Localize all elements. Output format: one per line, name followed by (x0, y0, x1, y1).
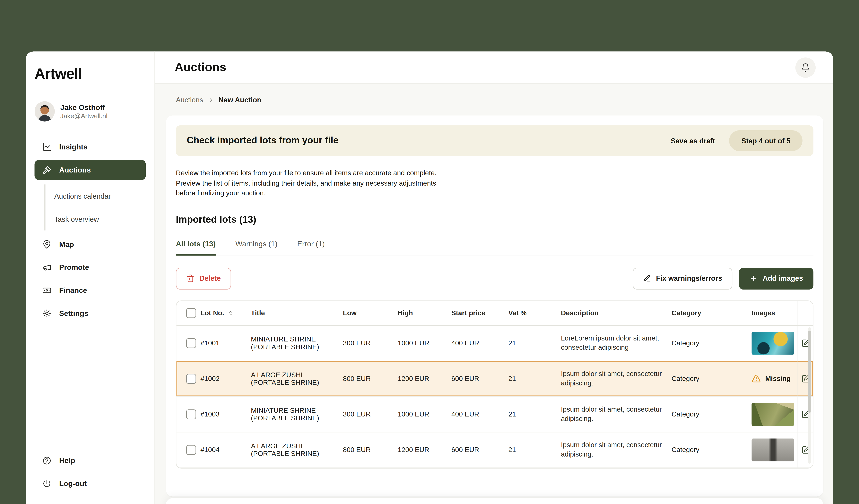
fix-warnings-errors-button[interactable]: Fix warnings/errors (632, 267, 733, 289)
user-profile[interactable]: Jake Osthoff Jake@Artwell.nl (35, 101, 146, 122)
column-header-lot[interactable]: Lot No. (200, 309, 251, 317)
sidebar-item-label: Auctions calendar (54, 192, 111, 200)
lot-image-thumbnail (752, 331, 794, 355)
screen: Artwell Jake Osthoff Jak (0, 0, 859, 504)
sidebar-item-help[interactable]: Help (35, 449, 146, 472)
app-window: Artwell Jake Osthoff Jak (26, 51, 833, 504)
table-scrollbar-track[interactable] (808, 327, 811, 463)
content-card: Check imported lots from your file Save … (166, 115, 823, 497)
lots-tabs: All lots (13) Warnings (1) Error (1) (176, 239, 813, 256)
table-row: #1004 A LARGE ZUSHI (PORTABLE SHRINE) 80… (176, 432, 813, 468)
sidebar-item-label: Map (59, 240, 74, 248)
description-cell: LoreLorem ipsum dolor sit amet, consecte… (561, 334, 672, 352)
vat-cell: 21 (508, 339, 561, 347)
warning-triangle-icon (752, 374, 761, 383)
sidebar-item-settings[interactable]: Settings (35, 302, 146, 325)
main-body: Auctions New Auction Check imported lots… (155, 84, 833, 504)
title-cell: A LARGE ZUSHI (PORTABLE SHRINE) (251, 371, 343, 386)
add-images-button-label: Add images (763, 274, 803, 282)
column-header-high: High (398, 309, 451, 317)
add-images-button[interactable]: Add images (739, 267, 813, 289)
step-banner: Check imported lots from your file Save … (176, 125, 813, 156)
bell-icon (801, 63, 810, 72)
app-logo: Artwell (35, 66, 146, 83)
breadcrumb: Auctions New Auction (166, 84, 823, 104)
breadcrumb-current: New Auction (218, 96, 261, 104)
missing-label: Missing (765, 375, 790, 382)
fix-button-label: Fix warnings/errors (656, 274, 722, 282)
map-pin-icon (42, 239, 51, 249)
banner-actions: Save as draft Step 4 out of 5 (671, 130, 802, 151)
imported-lots-title: Imported lots (13) (176, 214, 813, 225)
start-price-cell: 600 EUR (451, 446, 508, 453)
lot-number-cell: #1001 (200, 339, 251, 347)
sidebar-item-auctions[interactable]: Auctions (35, 160, 146, 180)
row-checkbox[interactable] (186, 445, 196, 455)
megaphone-icon (42, 263, 51, 272)
sidebar-item-logout[interactable]: Log-out (35, 472, 146, 495)
gear-icon (42, 309, 51, 318)
notifications-button[interactable] (796, 57, 816, 78)
sidebar-item-map[interactable]: Map (35, 233, 146, 256)
user-email: Jake@Artwell.nl (60, 112, 107, 120)
column-header-actions (798, 301, 813, 325)
column-header-low: Low (343, 309, 398, 317)
sidebar-item-auctions-calendar[interactable]: Auctions calendar (54, 185, 146, 207)
intro-text: Review the imported lots from your file … (176, 168, 813, 199)
category-cell: Category (672, 339, 752, 347)
vat-cell: 21 (508, 375, 561, 382)
sidebar-item-insights[interactable]: Insights (35, 135, 146, 158)
tab-error[interactable]: Error (1) (297, 239, 325, 255)
high-cell: 1000 EUR (398, 410, 451, 418)
sort-arrows-icon[interactable] (227, 310, 234, 316)
sidebar-item-label: Auctions (59, 166, 91, 174)
delete-button-label: Delete (199, 274, 221, 282)
page-title: Auctions (175, 60, 226, 75)
tab-warnings[interactable]: Warnings (1) (236, 239, 277, 255)
row-checkbox[interactable] (186, 338, 196, 348)
low-cell: 800 EUR (343, 446, 398, 453)
user-name: Jake Osthoff (60, 103, 107, 112)
wizard-footer: Previous Cancel Next (166, 498, 823, 504)
tab-all-lots[interactable]: All lots (13) (176, 239, 216, 255)
high-cell: 1200 EUR (398, 375, 451, 382)
sidebar-footer: Help Log-out (35, 449, 146, 495)
column-label-lot: Lot No. (200, 309, 224, 317)
sidebar-item-label: Task overview (54, 215, 99, 223)
column-header-images: Images (752, 309, 797, 317)
description-cell: Ipsum dolor sit amet, consectetur adipis… (561, 369, 672, 388)
sidebar-item-finance[interactable]: Finance (35, 279, 146, 302)
start-price-cell: 600 EUR (451, 375, 508, 382)
delete-button[interactable]: Delete (176, 267, 231, 289)
gavel-icon (42, 165, 51, 175)
pencil-icon (643, 274, 651, 282)
lot-image-thumbnail (752, 438, 794, 461)
sidebar-item-promote[interactable]: Promote (35, 256, 146, 279)
table-row: #1003 MINIATURE SHRINE (PORTABLE SHRINE)… (176, 396, 813, 432)
start-price-cell: 400 EUR (451, 339, 508, 347)
avatar (35, 101, 55, 122)
sidebar: Artwell Jake Osthoff Jak (26, 51, 155, 504)
title-cell: A LARGE ZUSHI (PORTABLE SHRINE) (251, 442, 343, 457)
chevron-right-icon (208, 97, 214, 103)
table-row: #1001 MINIATURE SHRINE (PORTABLE SHRINE)… (176, 326, 813, 361)
table-toolbar: Delete Fix warnings/errors Add images (176, 267, 813, 289)
category-cell: Category (672, 446, 752, 453)
images-missing-status: Missing (752, 374, 797, 383)
select-all-checkbox[interactable] (186, 308, 196, 318)
sidebar-nav: Insights Auctions Auctions calendar Task… (35, 135, 146, 325)
sidebar-item-task-overview[interactable]: Task overview (54, 207, 146, 231)
lot-number-cell: #1003 (200, 410, 251, 418)
row-checkbox[interactable] (186, 409, 196, 419)
high-cell: 1000 EUR (398, 339, 451, 347)
high-cell: 1200 EUR (398, 446, 451, 453)
lot-image-thumbnail (752, 403, 794, 426)
imported-lots-table: Lot No. Title Low High Start price Vat %… (176, 300, 813, 468)
main-header: Auctions (155, 51, 833, 84)
breadcrumb-auctions[interactable]: Auctions (176, 96, 203, 104)
table-scrollbar-thumb[interactable] (808, 330, 811, 412)
save-as-draft-button[interactable]: Save as draft (671, 137, 715, 145)
row-checkbox[interactable] (186, 374, 196, 383)
column-header-description: Description (561, 309, 672, 317)
sidebar-item-label: Finance (59, 286, 87, 294)
